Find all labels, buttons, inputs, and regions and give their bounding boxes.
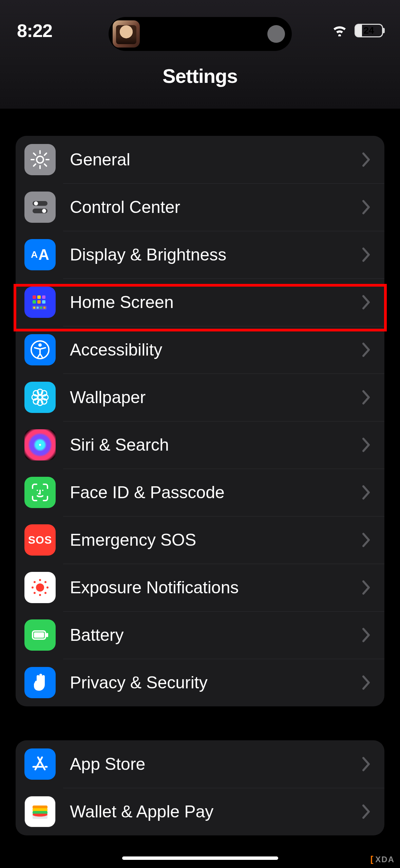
status-time: 8:22 (17, 20, 52, 41)
page-title: Settings (163, 65, 237, 87)
chevron-right-icon (362, 757, 371, 772)
svg-rect-7 (42, 295, 45, 299)
svg-rect-12 (33, 307, 35, 309)
accessibility-icon (24, 334, 56, 365)
svg-rect-5 (33, 295, 36, 299)
row-label: Emergency SOS (70, 530, 362, 550)
svg-rect-14 (40, 307, 42, 309)
now-playing-artwork (113, 20, 140, 48)
row-app-store[interactable]: App Store (16, 740, 384, 788)
row-label: Siri & Search (70, 435, 362, 455)
svg-rect-8 (33, 300, 36, 304)
row-privacy[interactable]: Privacy & Security (16, 659, 384, 706)
row-control-center[interactable]: Control Center (16, 183, 384, 231)
svg-point-27 (37, 490, 38, 491)
svg-point-36 (34, 592, 36, 594)
settings-group-2: App Store Wallet & Apple Pay (16, 740, 384, 835)
svg-point-30 (39, 579, 41, 581)
row-sos[interactable]: SOS Emergency SOS (16, 516, 384, 564)
homepod-output-icon (267, 25, 285, 43)
row-label: Accessibility (70, 340, 362, 360)
row-battery[interactable]: Battery (16, 611, 384, 659)
home-indicator[interactable] (122, 856, 278, 860)
sos-icon: SOS (24, 524, 56, 556)
wallet-icon (24, 796, 56, 827)
svg-rect-40 (46, 633, 48, 637)
svg-point-0 (37, 156, 43, 163)
siri-icon (24, 429, 56, 460)
svg-rect-9 (37, 300, 41, 304)
chevron-right-icon (362, 247, 371, 262)
appstore-icon (24, 748, 56, 780)
chevron-right-icon (362, 628, 371, 643)
row-home-screen[interactable]: Home Screen (16, 278, 384, 326)
chevron-right-icon (362, 342, 371, 357)
status-bar: 8:22 24 (0, 0, 400, 61)
battery-percentage: 24 (363, 25, 374, 36)
row-label: Privacy & Security (70, 673, 362, 692)
svg-point-17 (38, 343, 42, 347)
row-label: General (70, 150, 362, 169)
status-right: 24 (332, 24, 383, 37)
svg-rect-10 (42, 300, 45, 304)
wifi-icon (332, 25, 347, 36)
svg-point-28 (42, 490, 43, 491)
exposure-icon (24, 572, 56, 603)
home-screen-icon (24, 287, 56, 318)
xda-watermark: [XDA (370, 854, 395, 865)
svg-point-34 (34, 581, 36, 583)
row-accessibility[interactable]: Accessibility (16, 326, 384, 374)
settings-group-1: General Control Center AA Display & Brig… (16, 136, 384, 706)
row-label: Face ID & Passcode (70, 483, 362, 502)
chevron-right-icon (362, 200, 371, 215)
nav-bar: Settings (0, 61, 400, 109)
svg-point-4 (42, 209, 46, 213)
text-size-icon: AA (24, 239, 56, 270)
chevron-right-icon (362, 675, 371, 690)
settings-body: General Control Center AA Display & Brig… (0, 109, 400, 868)
chevron-right-icon (362, 152, 371, 167)
row-wallpaper[interactable]: Wallpaper (16, 374, 384, 421)
row-display[interactable]: AA Display & Brightness (16, 231, 384, 278)
gear-icon (24, 144, 56, 175)
flower-icon (24, 382, 56, 413)
row-label: Display & Brightness (70, 245, 362, 265)
sos-text: SOS (28, 534, 52, 546)
row-label: Home Screen (70, 292, 362, 312)
svg-point-29 (36, 583, 44, 592)
chevron-right-icon (362, 437, 371, 452)
toggles-icon (24, 192, 56, 223)
svg-point-33 (46, 586, 49, 589)
svg-point-35 (44, 581, 46, 583)
row-label: Exposure Notifications (70, 578, 362, 597)
chevron-right-icon (362, 295, 371, 310)
chevron-right-icon (362, 390, 371, 405)
svg-rect-39 (34, 632, 44, 638)
faceid-icon (24, 477, 56, 508)
battery-icon (24, 619, 56, 651)
row-label: Wallet & Apple Pay (70, 802, 362, 821)
chevron-right-icon (362, 532, 371, 547)
row-label: App Store (70, 754, 362, 774)
row-siri[interactable]: Siri & Search (16, 421, 384, 469)
hand-icon (24, 667, 56, 698)
svg-point-2 (34, 201, 38, 205)
row-label: Battery (70, 625, 362, 645)
svg-point-37 (44, 592, 46, 594)
svg-point-31 (39, 594, 41, 596)
battery-indicator: 24 (355, 24, 383, 37)
svg-point-18 (38, 395, 42, 399)
chevron-right-icon (362, 804, 371, 819)
row-wallet[interactable]: Wallet & Apple Pay (16, 788, 384, 835)
row-exposure[interactable]: Exposure Notifications (16, 564, 384, 611)
row-label: Control Center (70, 197, 362, 217)
row-label: Wallpaper (70, 387, 362, 407)
chevron-right-icon (362, 580, 371, 595)
row-faceid[interactable]: Face ID & Passcode (16, 469, 384, 516)
dynamic-island[interactable] (109, 17, 292, 51)
svg-rect-6 (37, 295, 41, 299)
row-general[interactable]: General (16, 136, 384, 183)
svg-rect-13 (37, 307, 39, 309)
svg-rect-15 (43, 307, 45, 309)
svg-point-32 (32, 586, 34, 589)
